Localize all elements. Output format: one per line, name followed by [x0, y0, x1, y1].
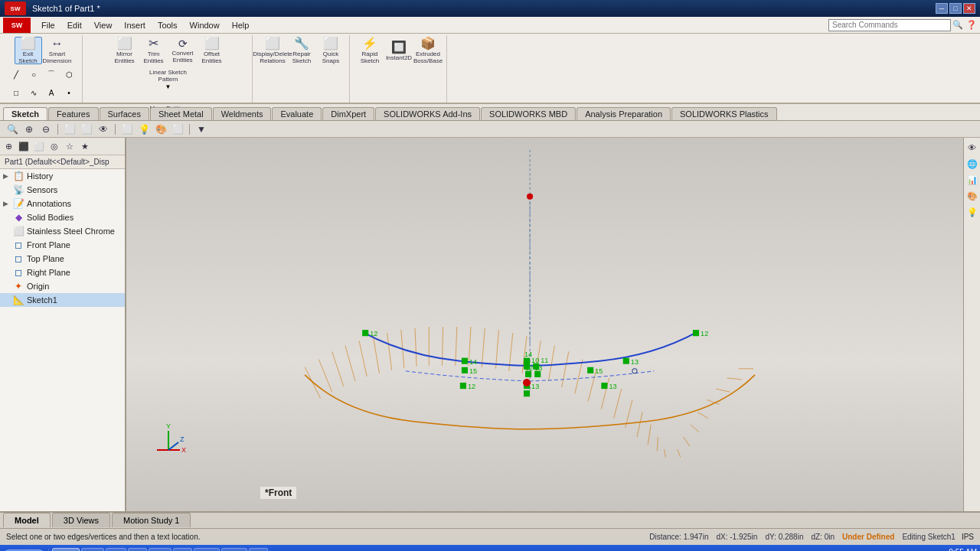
rp-color-button[interactable]: 🎨 [965, 189, 979, 203]
tree-tab-favorites[interactable]: ☆ [63, 139, 77, 153]
rapid-sketch-button[interactable]: ⚡ RapidSketch [356, 37, 384, 64]
tab-sw-addins[interactable]: SOLIDWORKS Add-Ins [375, 107, 480, 120]
taskbar-aw[interactable]: AW [221, 548, 247, 551]
quick-snaps-button[interactable]: ⬜ QuickSnaps [317, 37, 345, 64]
mirror-entities-button[interactable]: ⬜ MirrorEntities [111, 37, 139, 64]
tab-motion-study[interactable]: Motion Study 1 [112, 513, 191, 527]
circle-tool[interactable]: ○ [25, 66, 42, 83]
smart-dimension-button[interactable]: ↔ SmartDimension [44, 37, 71, 64]
tree-item-front-plane[interactable]: ◻ Front Plane [0, 238, 125, 252]
point-tool[interactable]: • [60, 84, 77, 101]
taskbar-word[interactable]: W [106, 548, 126, 551]
tree-item-right-plane[interactable]: ◻ Right Plane [0, 266, 125, 279]
svg-line-14 [495, 330, 498, 369]
repair-sketch-button[interactable]: 🔧 RepairSketch [288, 37, 315, 64]
linear-sketch-pattern-button[interactable]: Linear Sketch Pattern ▼ [138, 66, 199, 93]
tree-tab-model[interactable]: ⊕ [2, 139, 15, 153]
spline-tool[interactable]: ∿ [25, 84, 42, 101]
tree-tab-custom[interactable]: ★ [78, 139, 92, 153]
distance-display: Distance: 1.947in [649, 533, 708, 541]
tree-item-annotations[interactable]: ▶ 📝 Annotations [0, 197, 125, 210]
offset-entities-button[interactable]: ⬜ OffsetEntities [198, 37, 226, 64]
viewport[interactable]: 10 11 12 13 14 12 14 15 12 13 15 13 [126, 138, 980, 511]
tree-tab-config[interactable]: ◎ [47, 139, 61, 153]
tab-plastics[interactable]: SOLIDWORKS Plastics [671, 107, 777, 120]
taskbar-snipping[interactable]: 📸 [149, 548, 172, 551]
tree-item-sketch1[interactable]: 📐 Sketch1 [0, 293, 125, 307]
front-plane-label: Front Plane [27, 240, 70, 249]
tree-item-solid-bodies[interactable]: ◆ Solid Bodies [0, 210, 125, 224]
dim-label-12: 12 [525, 364, 533, 372]
menu-window[interactable]: Window [184, 19, 226, 31]
menu-file[interactable]: File [35, 19, 61, 31]
tree-item-material[interactable]: ⬜ Stainless Steel Chrome [0, 224, 125, 238]
convert-entities-button[interactable]: ⟳ ConvertEntities [169, 37, 197, 64]
view-label: *Front [260, 487, 296, 499]
text-tool[interactable]: A [43, 84, 60, 101]
view-extra-button[interactable]: ▼ [194, 122, 209, 136]
view-hide-button[interactable]: 👁 [96, 122, 111, 136]
taskbar-solidworks[interactable]: SW [52, 548, 80, 551]
view-lighting-button[interactable]: 💡 [136, 122, 152, 136]
dim-bottom-center: 13 [531, 383, 539, 390]
tree-tab-display[interactable]: ⬛ [17, 139, 31, 153]
view-appearance-button[interactable]: 🎨 [153, 122, 168, 136]
svg-line-31 [691, 425, 699, 432]
poly-tool[interactable]: ⬡ [60, 66, 77, 83]
svg-line-5 [373, 336, 379, 373]
tab-3d-views[interactable]: 3D Views [52, 513, 110, 527]
extruded-boss-button[interactable]: 📦 ExtrudedBoss/Base [414, 37, 442, 64]
rect-tool[interactable]: □ [8, 84, 24, 101]
exit-sketch-button[interactable]: ⬜ ExitSketch [15, 37, 42, 64]
svg-text:Y: Y [166, 422, 171, 430]
view-display-button[interactable]: ⬜ [79, 122, 94, 136]
rp-view-button[interactable]: 👁 [965, 141, 979, 155]
tab-analysis[interactable]: Analysis Preparation [577, 107, 671, 120]
tab-model[interactable]: Model [3, 513, 51, 527]
tree-item-top-plane[interactable]: ◻ Top Plane [0, 252, 125, 266]
menu-tools[interactable]: Tools [152, 19, 184, 31]
zoom-to-fit-button[interactable]: 🔍 [5, 122, 20, 136]
svg-line-10 [443, 327, 443, 366]
view-orientation-button[interactable]: ⬜ [62, 122, 77, 136]
rp-realview-button[interactable]: 💡 [965, 205, 979, 219]
taskbar-excel[interactable]: X [128, 548, 147, 551]
tab-surfaces[interactable]: Surfaces [100, 107, 149, 120]
line-tool[interactable]: ╱ [8, 66, 24, 83]
tab-sw-mbd[interactable]: SOLIDWORKS MBD [481, 107, 576, 120]
search-input[interactable] [828, 19, 951, 31]
taskbar-skype[interactable]: S [173, 548, 192, 551]
minimize-button[interactable]: ─ [936, 3, 948, 14]
tab-sketch[interactable]: Sketch [3, 107, 47, 120]
zoom-out-button[interactable]: ⊖ [38, 122, 54, 136]
menu-insert[interactable]: Insert [118, 19, 152, 31]
maximize-button[interactable]: □ [949, 3, 962, 14]
arc-tool[interactable]: ⌒ [43, 66, 60, 83]
instant2d-button[interactable]: 🔲 Instant2D [385, 37, 413, 64]
tab-evaluate[interactable]: Evaluate [272, 107, 322, 120]
trim-entities-button[interactable]: ✂ TrimEntities [140, 37, 168, 64]
tab-weldments[interactable]: Weldments [213, 107, 272, 120]
taskbar-browser[interactable]: 🌐 [81, 548, 104, 551]
menu-edit[interactable]: Edit [61, 19, 88, 31]
rp-display-button[interactable]: 📊 [965, 173, 979, 187]
view-more-button[interactable]: ⬜ [170, 122, 185, 136]
tree-tab-properties[interactable]: ⬜ [32, 139, 46, 153]
view-section-button[interactable]: ⬜ [119, 122, 135, 136]
taskbar-sw2[interactable]: SW [194, 548, 220, 551]
rp-scene-button[interactable]: 🌐 [965, 157, 979, 171]
tree-item-history[interactable]: ▶ 📋 History [0, 169, 125, 183]
help-icon[interactable]: ❓ [966, 20, 977, 30]
tree-item-sensors[interactable]: 📡 Sensors [0, 183, 125, 197]
close-button[interactable]: ✕ [963, 3, 975, 14]
menu-help[interactable]: Help [226, 19, 256, 31]
zoom-in-button[interactable]: ⊕ [21, 122, 37, 136]
tab-features[interactable]: Features [48, 107, 98, 120]
tab-dimxpert[interactable]: DimXpert [322, 107, 374, 120]
search-icon[interactable]: 🔍 [952, 20, 963, 30]
taskbar-c[interactable]: C [249, 548, 268, 551]
display-delete-button[interactable]: ⬜ Display/DeleteRelations [259, 37, 286, 64]
tab-sheet-metal[interactable]: Sheet Metal [150, 107, 212, 120]
tree-item-origin[interactable]: ✦ Origin [0, 279, 125, 293]
menu-view[interactable]: View [88, 19, 119, 31]
